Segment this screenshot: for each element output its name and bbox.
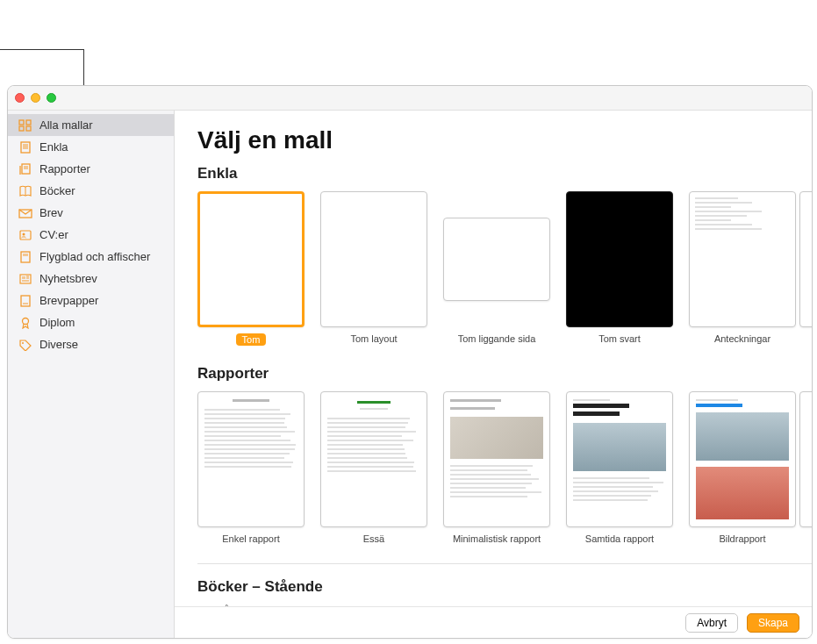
close-icon[interactable] [15, 93, 25, 103]
sidebar-item-label: Flygblad och affischer [39, 250, 150, 263]
template-label: Samtida rapport [585, 533, 654, 544]
tag-icon [18, 339, 32, 351]
sidebar-item-label: Böcker [39, 184, 75, 197]
template-label: Bildrapport [719, 533, 765, 544]
template-label: Tom svart [598, 333, 641, 344]
svg-rect-19 [22, 276, 25, 279]
svg-point-25 [23, 318, 29, 324]
envelope-icon [18, 207, 32, 219]
template-label: Enkel rapport [222, 533, 279, 544]
sidebar-item-label: Alla mallar [39, 118, 93, 132]
template-label: Essä [363, 533, 384, 544]
section-heading-rapporter: Rapporter [197, 365, 812, 383]
sidebar-item-nyhetsbrev[interactable]: Nyhetsbrev [8, 268, 174, 290]
sidebar-item-label: Diplom [39, 316, 75, 329]
template-label: Tom [236, 333, 267, 346]
template-samtida-rapport[interactable]: Samtida rapport [566, 391, 673, 544]
cancel-button[interactable]: Avbryt [685, 613, 738, 633]
template-thumbnail [197, 391, 305, 527]
template-bildrapport[interactable]: Bildrapport [689, 391, 796, 544]
template-chooser-window: Alla mallarEnklaRapporterBöckerBrevCV:er… [7, 85, 813, 639]
svg-point-15 [23, 233, 25, 235]
template-thumbnail [566, 391, 673, 527]
template-thumbnail [689, 391, 796, 527]
template-tom-svart[interactable]: Tom svart [566, 191, 673, 346]
sidebar-item-label: Nyhetsbrev [39, 272, 97, 285]
minimize-icon[interactable] [31, 93, 40, 103]
content-area: Välj en mall Enkla TomTom layoutTom ligg… [175, 111, 812, 606]
sidebar-item-label: Brevpapper [39, 294, 98, 307]
template-tom-liggande-sida[interactable]: Tom liggande sida [443, 191, 550, 346]
template-ess-[interactable]: Essä [320, 391, 427, 544]
sidebar-item-flygblad-och-affischer[interactable]: Flygblad och affischer [8, 246, 174, 268]
news-icon [18, 273, 32, 285]
footer: Avbryt Skapa [175, 606, 812, 638]
template-thumbnail [566, 191, 673, 327]
template-anteckningar[interactable]: Anteckningar [689, 191, 796, 346]
window-titlebar [8, 86, 812, 111]
sidebar-item-label: Diverse [39, 338, 78, 351]
svg-rect-17 [23, 254, 28, 256]
poster-icon [18, 251, 32, 263]
grid-icon [18, 119, 32, 132]
svg-rect-1 [26, 120, 31, 125]
svg-rect-3 [26, 126, 31, 131]
svg-rect-23 [21, 296, 30, 306]
template-enkel-rapport[interactable]: Enkel rapport [197, 391, 305, 544]
create-button[interactable]: Skapa [747, 613, 799, 633]
sidebar-item-diverse[interactable]: Diverse [8, 333, 174, 355]
template-tom-layout[interactable]: Tom layout [320, 191, 427, 346]
maximize-icon[interactable] [47, 93, 56, 103]
template-thumbnail [799, 191, 812, 327]
sidebar-item-brev[interactable]: Brev [8, 202, 174, 224]
sidebar-item-label: CV:er [39, 228, 68, 241]
main-pane: Välj en mall Enkla TomTom layoutTom ligg… [175, 111, 812, 638]
doc-icon [18, 141, 32, 154]
sidebar-item-b-cker[interactable]: Böcker [8, 180, 174, 202]
sidebar-item-cv-er[interactable]: CV:er [8, 224, 174, 246]
page-title: Välj en mall [197, 126, 812, 154]
svg-point-26 [22, 342, 24, 344]
template-thumbnail [320, 191, 427, 327]
template-thumbnail [689, 191, 796, 327]
person-icon [18, 229, 32, 241]
template-thumbnail [197, 191, 305, 327]
book-icon [18, 185, 32, 197]
template-thumbnail [443, 218, 550, 301]
callout-line-horizontal [0, 49, 83, 50]
template-minimalistisk-rapport[interactable]: Minimalistisk rapport [443, 391, 550, 544]
window-body: Alla mallarEnklaRapporterBöckerBrevCV:er… [8, 111, 812, 638]
section-heading-bocker: Böcker – Stående [197, 578, 794, 596]
section-heading-enkla: Enkla [197, 165, 812, 182]
template-label: Minimalistisk rapport [453, 533, 541, 544]
sidebar-item-label: Enkla [39, 140, 68, 154]
template-thumbnail [799, 391, 812, 527]
template-label: Tom liggande sida [458, 333, 536, 344]
template-label: Anteckningar [714, 333, 770, 344]
sidebar-item-diplom[interactable]: Diplom [8, 311, 174, 333]
svg-rect-14 [20, 231, 31, 240]
sidebar-item-alla-mallar[interactable]: Alla mallar [8, 114, 174, 136]
svg-rect-16 [21, 252, 30, 262]
svg-rect-4 [21, 142, 30, 153]
template-tom[interactable]: Tom [197, 191, 305, 346]
svg-rect-0 [19, 120, 24, 125]
svg-rect-2 [19, 126, 24, 131]
docstack-icon [18, 163, 32, 175]
sidebar-item-rapporter[interactable]: Rapporter [8, 158, 174, 180]
ribbon-icon [18, 317, 32, 329]
template-label: Tom layout [350, 333, 397, 344]
template-row-enkla: TomTom layoutTom liggande sidaTom svartA… [197, 191, 812, 346]
template-thumbnail [320, 391, 427, 527]
sidebar-item-label: Brev [39, 206, 63, 219]
sidebar-item-enkla[interactable]: Enkla [8, 136, 174, 158]
sidebar-item-label: Rapporter [39, 162, 90, 175]
template-row-rapporter: Enkel rapportEssäMinimalistisk rapportSa… [197, 391, 812, 544]
traffic-lights [15, 93, 56, 103]
sidebar-item-brevpapper[interactable]: Brevpapper [8, 290, 174, 311]
template-thumbnail [443, 391, 550, 527]
sidebar: Alla mallarEnklaRapporterBöckerBrevCV:er… [8, 111, 175, 638]
section-bocker: Böcker – Stående Innehållet kan flödas o… [197, 563, 812, 606]
stationery-icon [18, 295, 32, 307]
